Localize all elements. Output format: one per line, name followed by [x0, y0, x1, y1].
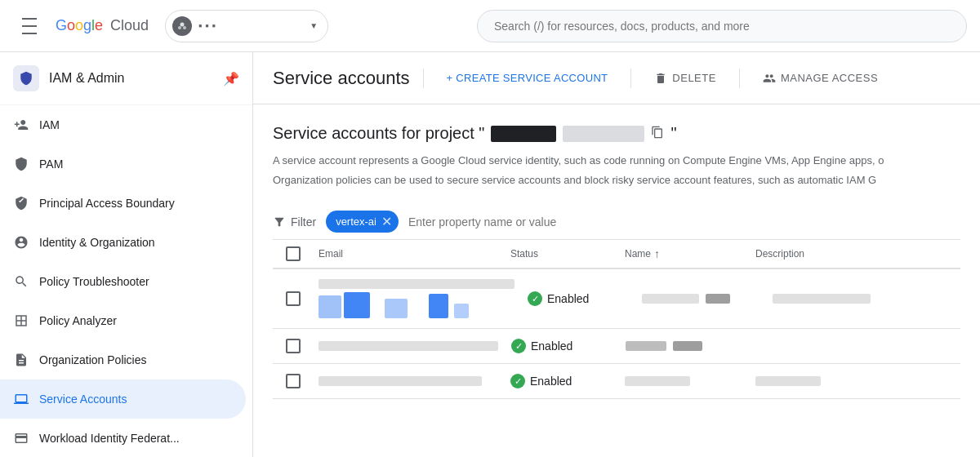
- sidebar-title: IAM & Admin: [49, 71, 213, 86]
- header-divider-2: [630, 69, 631, 88]
- description-1: A service account represents a Google Cl…: [273, 153, 960, 169]
- header-divider-1: [423, 69, 424, 88]
- email-cell-2: [318, 341, 511, 351]
- mosaic-block: [429, 294, 448, 318]
- table-header: Email Status Name ↑ Description: [273, 240, 960, 269]
- mosaic-block: [318, 295, 341, 318]
- status-enabled-icon-3: ✓: [510, 374, 525, 388]
- email-cell-1: [318, 279, 528, 318]
- sidebar-item-policy-analyzer[interactable]: Policy Analyzer: [0, 301, 246, 340]
- col-header-name[interactable]: Name ↑: [625, 247, 755, 260]
- status-enabled-icon-2: ✓: [511, 339, 526, 353]
- table-row: ✓ Enabled: [273, 364, 960, 399]
- cloud-wordmark: Cloud: [106, 17, 149, 34]
- name-dark-2: [673, 341, 702, 351]
- mosaic-block: [385, 299, 408, 318]
- row-checkbox-2[interactable]: [286, 339, 301, 353]
- google-wordmark: Google: [56, 17, 103, 34]
- sidebar-item-pam[interactable]: PAM: [0, 144, 246, 184]
- topbar: Google Cloud ▪ ▪ ▪ ▼: [0, 0, 980, 52]
- manage-access-label: MANAGE ACCESS: [781, 72, 878, 84]
- status-cell-3: ✓ Enabled: [510, 374, 625, 388]
- status-label-1: Enabled: [547, 292, 589, 305]
- header-divider-3: [739, 69, 740, 88]
- description-2: Organization policies can be used to sec…: [273, 172, 960, 189]
- status-enabled-icon-1: ✓: [528, 291, 542, 306]
- copy-icon[interactable]: [651, 124, 664, 143]
- delete-label: DELETE: [672, 72, 716, 84]
- sidebar-item-label-iam: IAM: [39, 118, 60, 131]
- sidebar-item-label-identity: Identity & Organization: [39, 236, 155, 249]
- sidebar-item-principal-access-boundary[interactable]: Principal Access Boundary: [0, 184, 246, 223]
- filter-button[interactable]: Filter: [273, 215, 316, 228]
- shield-check-icon: [13, 195, 29, 211]
- email-redacted-2: [318, 341, 498, 351]
- filter-icon: [273, 215, 286, 228]
- table-container: Email Status Name ↑ Description: [273, 240, 960, 399]
- email-redacted-1: [318, 279, 514, 289]
- svg-point-1: [178, 26, 181, 29]
- page-heading-suffix: ": [670, 124, 676, 143]
- row-checkbox-3[interactable]: [286, 374, 301, 388]
- email-redacted-3: [318, 376, 482, 386]
- sidebar: IAM & Admin 📌 IAM PAM Principal Access B…: [0, 52, 253, 457]
- pin-icon[interactable]: 📌: [223, 71, 239, 87]
- status-cell-2: ✓ Enabled: [511, 339, 626, 353]
- email-cell-3: [318, 376, 510, 386]
- filter-input[interactable]: [408, 215, 960, 228]
- project-selector[interactable]: ▪ ▪ ▪ ▼: [165, 10, 328, 42]
- circle-person-icon: [13, 234, 29, 251]
- status-cell-1: ✓ Enabled: [528, 291, 642, 306]
- sidebar-item-identity-organization[interactable]: Identity & Organization: [0, 223, 246, 262]
- page-heading: Service accounts for project " ": [273, 124, 960, 143]
- sidebar-item-label-pam: PAM: [39, 158, 63, 171]
- main-layout: IAM & Admin 📌 IAM PAM Principal Access B…: [0, 52, 980, 457]
- chip-close-icon[interactable]: ✕: [381, 214, 392, 229]
- delete-icon: [654, 72, 667, 85]
- search-input[interactable]: [477, 10, 967, 42]
- table-row: ✓ Enabled: [273, 269, 960, 329]
- sidebar-item-iam[interactable]: IAM: [0, 105, 246, 144]
- filter-chip-vertex-ai[interactable]: vertex-ai ✕: [326, 211, 399, 233]
- manage-access-icon: [763, 72, 776, 85]
- computer-icon: [13, 391, 29, 407]
- google-cloud-logo[interactable]: Google Cloud: [56, 17, 149, 34]
- sidebar-item-organization-policies[interactable]: Organization Policies: [0, 340, 246, 379]
- status-label-3: Enabled: [530, 375, 572, 388]
- sort-asc-icon: ↑: [654, 247, 660, 260]
- email-mosaic-1: [318, 292, 514, 318]
- sidebar-item-workload-identity[interactable]: Workload Identity Federat...: [0, 419, 246, 457]
- manage-access-button[interactable]: MANAGE ACCESS: [753, 64, 888, 93]
- name-dark-1: [706, 294, 730, 304]
- svg-point-0: [180, 22, 185, 26]
- name-cell-3: [625, 376, 755, 386]
- table-row: ✓ Enabled: [273, 329, 960, 364]
- table-icon: [13, 313, 29, 329]
- status-label-2: Enabled: [531, 339, 572, 353]
- content-header: Service accounts + CREATE SERVICE ACCOUN…: [253, 52, 980, 104]
- sidebar-item-label-analyzer: Policy Analyzer: [39, 314, 117, 327]
- create-service-account-button[interactable]: + CREATE SERVICE ACCOUNT: [437, 64, 618, 93]
- svg-point-2: [183, 26, 186, 29]
- project-name: ▪ ▪ ▪: [198, 20, 303, 32]
- content-area: Service accounts + CREATE SERVICE ACCOUN…: [253, 52, 980, 457]
- delete-button[interactable]: DELETE: [644, 64, 726, 93]
- name-cell-2: [626, 341, 756, 351]
- sidebar-item-label-org-policies: Organization Policies: [39, 353, 147, 366]
- col-header-description: Description: [755, 248, 947, 260]
- sidebar-header: IAM & Admin 📌: [0, 52, 252, 105]
- doc-icon: [13, 352, 29, 368]
- col-header-status: Status: [510, 248, 625, 260]
- filter-bar: Filter vertex-ai ✕: [273, 204, 960, 240]
- iam-admin-icon: [13, 65, 39, 91]
- sidebar-item-service-accounts[interactable]: Service Accounts: [0, 379, 246, 419]
- mosaic-block: [454, 304, 469, 318]
- sidebar-item-policy-troubleshooter[interactable]: Policy Troubleshooter: [0, 262, 246, 301]
- row-checkbox-1[interactable]: [286, 291, 301, 306]
- name-redacted-3: [625, 376, 690, 386]
- menu-button[interactable]: [13, 10, 46, 42]
- sidebar-item-label-troubleshooter: Policy Troubleshooter: [39, 275, 149, 288]
- col-header-checkbox: [286, 246, 318, 261]
- content-body: Service accounts for project " " A servi…: [253, 104, 980, 457]
- select-all-checkbox[interactable]: [286, 246, 301, 261]
